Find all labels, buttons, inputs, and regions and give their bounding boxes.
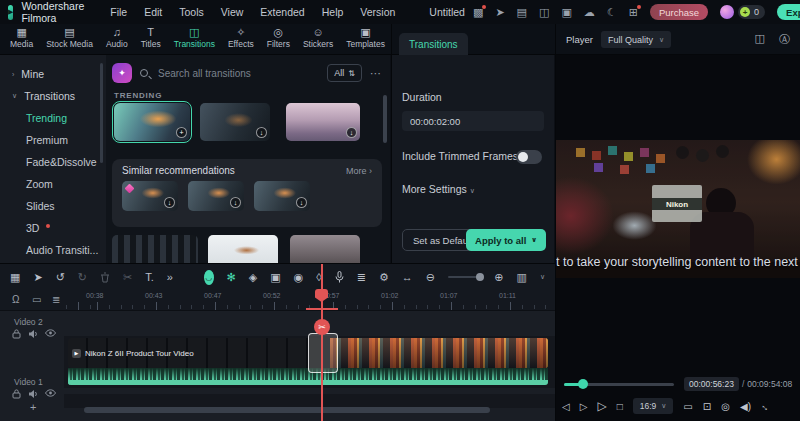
add-track-button[interactable]: + [30,401,36,413]
tab-stock-media[interactable]: ▤Stock Media [46,26,93,49]
playhead-cut-badge[interactable]: ✂ [314,319,330,335]
ai-effects-icon[interactable]: ✻ [227,272,236,283]
trimmed-frames-toggle[interactable] [516,150,542,164]
transition-thumb-fade-dissolve[interactable]: ↓ Fade Dissolve [122,181,178,211]
timeline-hscrollbar[interactable] [84,407,490,413]
transition-thumb-dissolve-03[interactable]: ↓ Dissolve 03 [286,103,360,141]
record-voiceover-icon[interactable] [335,271,344,283]
sidebar-item-slides[interactable]: Slides [0,195,106,217]
tab-effects[interactable]: ✧Effects [228,26,254,49]
snapshot-camera-icon[interactable]: ◎ [721,401,730,412]
delete-icon[interactable] [100,272,110,283]
menu-view[interactable]: View [221,6,244,18]
subtitle-display-icon[interactable]: Ⓐ [779,32,790,47]
mute-icon[interactable] [28,329,38,339]
menu-edit[interactable]: Edit [144,6,162,18]
download-icon[interactable]: ↓ [164,197,175,208]
playhead-line[interactable] [321,264,323,421]
ai-mask-icon[interactable]: ◡ [204,270,214,285]
download-icon[interactable]: ↓ [256,127,267,138]
transition-thumb-fade[interactable]: ↓ Fade [200,103,270,141]
transition-thumb-dissolve[interactable]: + Dissolve [114,103,190,141]
more-tools-icon[interactable]: » [167,272,173,283]
sidebar-group-transitions[interactable]: ∨ Transitions [0,85,106,107]
properties-tab-transitions[interactable]: Transitions [399,33,468,55]
menu-tools[interactable]: Tools [179,6,204,18]
keyframe-icon[interactable]: ◈ [249,272,257,283]
visibility-icon[interactable] [45,329,56,339]
select-tool-icon[interactable]: ➤ [33,272,42,283]
timeline-zoom-slider[interactable] [448,276,481,278]
theme-icon[interactable]: ☾ [607,7,617,18]
download-icon[interactable]: ↓ [296,197,307,208]
mark-icon[interactable]: ▭ [683,401,692,412]
sidebar-item-premium[interactable]: Premium [0,129,106,151]
marker-icon[interactable]: ▭ [32,294,41,305]
media-browser-icon[interactable]: ▦ [10,272,20,283]
transition-applied-marker[interactable] [308,333,338,373]
sidebar-item-audio-transitions[interactable]: Audio Transiti... [0,239,106,261]
sidebar-item-3d[interactable]: 3D [0,217,106,239]
lock-icon[interactable] [12,389,21,399]
sidebar-item-fade-dissolve[interactable]: Fade&Dissolve [0,151,106,173]
undo-icon[interactable]: ↺ [56,272,65,283]
menu-help[interactable]: Help [322,6,344,18]
ai-assistant-icon[interactable]: ✦ [112,63,132,83]
apply-to-all-button[interactable]: Apply to all∨ [466,229,546,251]
visibility-icon[interactable] [45,389,56,399]
menu-extended[interactable]: Extended [260,6,304,18]
stop-icon[interactable]: □ [617,401,623,412]
duration-input[interactable] [402,111,544,131]
credits-badge[interactable]: + 0 [738,5,765,19]
speed-icon[interactable]: ◉ [294,272,304,283]
export-button[interactable]: Export∨ [777,4,800,20]
mirror-display-icon[interactable]: ⊡ [703,401,711,412]
track-manager-icon[interactable]: ≣ [52,294,60,305]
tab-media[interactable]: ▦Media [10,26,33,49]
similar-more-link[interactable]: More › [346,166,372,176]
tab-stickers[interactable]: ☺Stickers [303,26,333,49]
tab-transitions[interactable]: ◫Transitions [174,26,215,49]
next-frame-icon[interactable]: ▷ [580,401,588,412]
fit-timeline-icon[interactable]: ▥ [516,272,526,283]
range-select-icon[interactable]: ↔ [402,272,413,283]
apps-grid-icon[interactable]: ⊞ [629,7,638,18]
timeline-ruler[interactable]: Ω ▭ ≣ 00:38 00:43 00:47 00:52 00:57 01:0… [0,290,555,311]
transition-thumb-heart[interactable]: ↓ Heart [254,181,310,211]
render-preview-icon[interactable]: ≣ [357,272,366,283]
menu-version[interactable]: Version [360,6,395,18]
sidebar-item-trending[interactable]: Trending [0,107,106,129]
volume-icon[interactable]: ◀) [740,401,751,412]
split-scissors-icon[interactable]: ✂ [123,272,132,283]
add-icon[interactable]: + [176,127,187,138]
zoom-out-icon[interactable]: ⊖ [426,272,435,283]
purchase-button[interactable]: Purchase [650,4,708,20]
save-icon[interactable]: ▣ [561,7,571,18]
mute-icon[interactable] [28,389,38,399]
zoom-in-icon[interactable]: ⊕ [494,272,503,283]
more-settings-label[interactable]: More Settings ∨ [402,183,475,195]
tab-templates[interactable]: ▣Templates [346,26,385,49]
tab-audio[interactable]: ♫Audio [106,26,128,49]
more-options-icon[interactable]: ⋯ [370,67,382,80]
search-input[interactable] [156,67,319,80]
tab-filters[interactable]: ◎Filters [267,26,290,49]
text-tool-icon[interactable]: T. [145,272,154,283]
fullscreen-icon[interactable]: ↔ [759,399,774,414]
tab-titles[interactable]: TTitles [141,26,161,49]
snap-icon[interactable]: Ω [12,294,19,305]
redo-icon[interactable]: ↻ [78,272,87,283]
share-icon[interactable]: ➤ [495,7,504,18]
quality-dropdown[interactable]: Full Quality∨ [601,31,671,48]
transition-thumb-ripple[interactable]: ↓ Ripple [188,181,244,211]
clip-colorful-video[interactable] [330,338,548,368]
sidebar-item-zoom[interactable]: Zoom [0,173,106,195]
camera-tool-icon[interactable]: ▣ [270,272,280,283]
filter-all-button[interactable]: All ⇅ [327,64,362,82]
download-icon[interactable]: ↓ [230,197,241,208]
save-as-icon[interactable]: ▤ [517,7,527,18]
zoom-handle[interactable] [476,273,484,281]
sidebar-group-mine[interactable]: › Mine [0,63,106,85]
seek-slider[interactable] [564,383,674,386]
current-timecode[interactable]: 00:00:56:23 [684,377,739,391]
